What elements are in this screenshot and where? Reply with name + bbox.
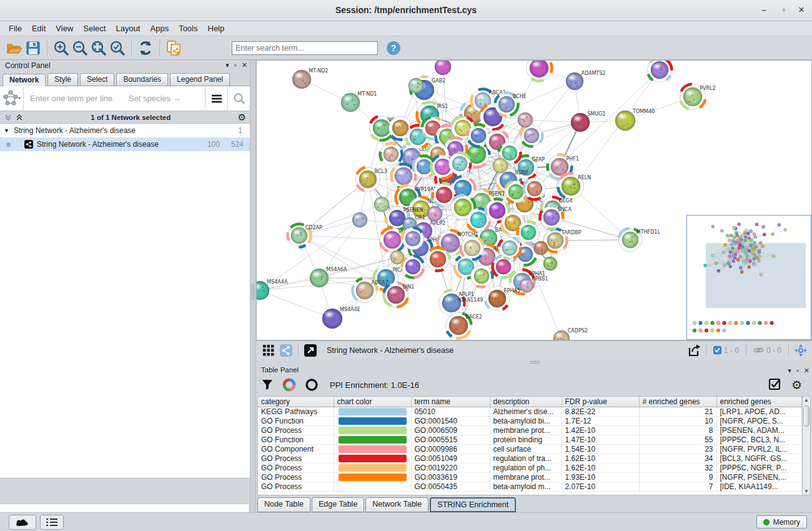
network-node[interactable]	[352, 212, 367, 227]
table-row[interactable]: GO ProcessGO:0033619membrane prot...1.93…	[258, 473, 801, 482]
table-row[interactable]: GO ProcessGO:0006509membrane prot...1.42…	[258, 426, 801, 435]
zoom-in-button[interactable]	[52, 39, 71, 57]
network-node[interactable]	[460, 237, 483, 260]
tab-legend-panel[interactable]: Legend Panel	[170, 73, 230, 86]
network-collection-row[interactable]: ▼ String Network - Alzheimer's disease 1	[0, 124, 250, 137]
species-hint[interactable]: Set species →	[129, 94, 205, 103]
export-network-icon[interactable]	[685, 342, 703, 359]
panel-close-icon[interactable]: ✕	[804, 367, 810, 375]
network-node-BACE2[interactable]: BACE2	[446, 313, 482, 339]
collection-caret-icon[interactable]: ▼	[4, 127, 14, 134]
copy-network-button[interactable]	[164, 39, 183, 57]
grid-view-icon[interactable]	[260, 342, 277, 359]
network-node-BIN1[interactable]: BIN1	[384, 283, 414, 307]
zoom-out-button[interactable]	[71, 39, 89, 57]
enrichment-settings-gear-icon[interactable]: ⚙	[791, 378, 802, 392]
menu-view[interactable]: View	[51, 22, 78, 35]
network-node[interactable]	[374, 197, 389, 212]
network-row[interactable]: String Network - Alzheimer's disease 100…	[0, 137, 250, 151]
refresh-button[interactable]	[136, 39, 155, 57]
query-options-icon[interactable]	[205, 87, 227, 111]
network-node-MT-ND1[interactable]: MT-ND1	[341, 91, 377, 112]
scroll-up-icon[interactable]: ▲	[803, 397, 810, 403]
column-header--enriched-genes[interactable]: # enriched genes	[639, 397, 716, 407]
column-header-FDR-p-value[interactable]: FDR p-value	[562, 397, 639, 407]
open-in-window-icon[interactable]	[302, 342, 319, 359]
close-button[interactable]: ✕	[793, 4, 810, 16]
network-node[interactable]	[524, 178, 546, 200]
network-node[interactable]	[543, 257, 557, 270]
network-node-MS4A4E[interactable]: MS4A4E	[322, 307, 360, 329]
network-node[interactable]	[435, 61, 451, 75]
help-icon[interactable]: ?	[387, 41, 400, 55]
network-node[interactable]	[471, 266, 493, 287]
zoom-selected-button[interactable]	[108, 39, 127, 57]
network-node-MS4A6A[interactable]: MS4A6A	[310, 267, 347, 287]
table-row[interactable]: KEGG Pathways05010Alzheimer's dise...8.8…	[258, 407, 801, 417]
vertical-splitter[interactable]	[250, 60, 256, 512]
expand-all-icon[interactable]	[15, 113, 24, 122]
tab-node-table[interactable]: Node Table	[257, 497, 310, 512]
network-node[interactable]	[402, 228, 424, 250]
tab-edge-table[interactable]: Edge Table	[312, 497, 364, 512]
network-node-APLP1[interactable]: APLP1KIAA1149	[439, 290, 483, 315]
menu-select[interactable]: Select	[78, 22, 111, 35]
menu-file[interactable]: File	[4, 22, 27, 35]
column-header-enriched-genes[interactable]: enriched genes	[716, 397, 801, 407]
network-node[interactable]	[499, 237, 521, 259]
tab-style[interactable]: Style	[47, 73, 78, 86]
memory-button[interactable]: Memory	[756, 515, 807, 529]
network-node[interactable]	[493, 256, 515, 278]
table-row[interactable]: GO ComponentGO:0009986cell surface1.54E-…	[258, 445, 801, 454]
network-node-TOMM40[interactable]: TOMM40	[615, 109, 655, 131]
horizontal-splitter[interactable]	[256, 359, 812, 365]
column-header-category[interactable]: category	[258, 397, 334, 407]
network-node[interactable]	[402, 256, 423, 278]
table-row[interactable]: GO ProcessGO:0050435beta-amyloid m...2.0…	[258, 482, 801, 492]
network-canvas[interactable]: MT-ND2MT-ND1VSNL1GAB2ADAMTS2SMUG1TOMM40P…	[256, 60, 812, 340]
network-node-CD2AP[interactable]: CD2AP	[288, 224, 323, 247]
table-row[interactable]: GO ProcessGO:0019220regulation of ph...1…	[258, 464, 801, 473]
network-node[interactable]	[648, 61, 672, 82]
viewport-rectangle[interactable]	[706, 243, 806, 308]
network-node[interactable]	[534, 241, 548, 255]
cloud-tasks-button[interactable]	[9, 515, 36, 530]
table-scrollbar[interactable]: ▲ ▼	[802, 396, 811, 495]
network-options-gear-icon[interactable]: ⚙	[238, 112, 246, 123]
network-node[interactable]	[408, 78, 423, 93]
open-session-button[interactable]	[5, 39, 24, 57]
tab-boundaries[interactable]: Boundaries	[116, 73, 168, 86]
panel-float-icon[interactable]: ▫	[234, 61, 237, 69]
scroll-thumb[interactable]	[803, 405, 810, 427]
search-icon[interactable]	[227, 87, 250, 111]
network-node[interactable]	[427, 206, 442, 221]
table-row[interactable]: GO FunctionGO:0001540beta-amyloid bi...1…	[258, 417, 801, 426]
filter-icon[interactable]	[261, 379, 274, 391]
network-node[interactable]	[427, 247, 450, 270]
draw-charts-icon[interactable]	[282, 378, 296, 392]
network-node-CADPS2[interactable]: CADPS2	[553, 328, 588, 340]
network-node[interactable]	[449, 153, 471, 175]
tab-string-enrichment[interactable]: STRING Enrichment	[430, 497, 516, 512]
network-node-MT-ND2[interactable]: MT-ND2	[292, 68, 328, 89]
network-node-PVRL2[interactable]: PVRL2	[680, 84, 716, 110]
network-node-MTHFD1L[interactable]: MTHFD1L	[619, 229, 661, 252]
network-node-SNCA[interactable]: SNCA	[540, 206, 572, 229]
maximize-button[interactable]: ▫	[776, 4, 792, 16]
column-header-description[interactable]: description	[490, 397, 562, 407]
table-row[interactable]: GO ProcessGO:0051049regulation of tra...…	[258, 454, 801, 464]
scroll-down-icon[interactable]: ▼	[803, 489, 810, 494]
tab-network-table[interactable]: Network Table	[365, 497, 428, 512]
network-node[interactable]	[380, 143, 402, 165]
panel-float-icon[interactable]: ▫	[796, 367, 799, 375]
reset-charts-icon[interactable]	[305, 378, 319, 392]
panel-menu-icon[interactable]: ▾	[788, 367, 791, 375]
birds-eye-view[interactable]	[686, 215, 811, 340]
tab-select[interactable]: Select	[80, 73, 114, 86]
collapse-all-icon[interactable]	[4, 113, 12, 122]
network-node-RELN[interactable]: RELN	[558, 173, 592, 199]
tab-network[interactable]: Network	[2, 74, 46, 86]
menu-layout[interactable]: Layout	[111, 22, 145, 35]
string-query-placeholder[interactable]: Enter one term per line.	[24, 94, 115, 103]
menu-help[interactable]: Help	[203, 22, 230, 35]
